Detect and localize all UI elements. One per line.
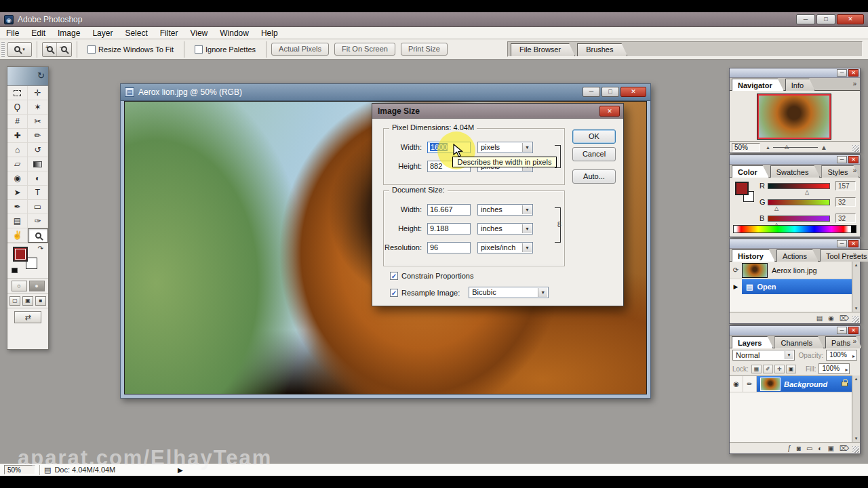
history-brush-tool[interactable]: ↺ xyxy=(28,143,48,157)
navigator-zoom-slider[interactable]: △ xyxy=(773,147,818,148)
file-browser-tab[interactable]: File Browser xyxy=(511,43,575,56)
doc-minimize-button[interactable]: ─ xyxy=(583,87,600,97)
layers-tab[interactable]: Layers xyxy=(732,336,773,348)
dodge-tool[interactable]: ◐ xyxy=(28,171,48,186)
menu-filter[interactable]: Filter xyxy=(154,28,184,38)
lock-paint-icon[interactable]: ✐ xyxy=(763,365,773,373)
green-slider[interactable]: △ xyxy=(768,199,830,205)
delete-state-icon[interactable]: ⌦ xyxy=(840,314,849,322)
history-brush-source-icon[interactable]: ⟳ xyxy=(730,266,742,274)
zoom-in-mountain-icon[interactable]: ▲ xyxy=(821,144,827,151)
color-tab[interactable]: Color xyxy=(732,165,769,178)
resample-image-checkbox[interactable]: ✓ xyxy=(390,289,398,297)
new-group-icon[interactable]: ▭ xyxy=(806,445,812,452)
resize-grip[interactable] xyxy=(852,446,859,453)
document-titlebar[interactable]: ▤ Aerox lion.jpg @ 50% (RGB) ─ □ ✕ xyxy=(121,84,650,101)
menu-image[interactable]: Image xyxy=(52,28,86,38)
brushes-tab[interactable]: Brushes xyxy=(577,43,627,56)
palette-minimize-button[interactable]: ─ xyxy=(837,240,847,247)
healing-brush-tool[interactable]: ✚ xyxy=(7,129,28,143)
doc-restore-button[interactable]: □ xyxy=(601,87,619,97)
blur-tool[interactable]: ◉ xyxy=(7,171,28,186)
history-tab[interactable]: History xyxy=(732,249,775,262)
channels-tab[interactable]: Channels xyxy=(774,336,823,348)
print-size-button[interactable]: Print Size xyxy=(401,43,448,56)
navigator-zoom-field[interactable]: 50% xyxy=(732,143,760,152)
zoom-out-button[interactable]: − xyxy=(57,43,71,56)
restore-button[interactable]: □ xyxy=(816,14,835,24)
layer-style-icon[interactable]: ƒ xyxy=(787,445,791,452)
magic-wand-tool[interactable]: ✶ xyxy=(28,100,48,115)
lock-position-icon[interactable]: ✛ xyxy=(774,365,785,373)
palette-menu-icon[interactable]: » xyxy=(852,338,856,345)
scroll-down-icon[interactable]: ▾ xyxy=(852,436,860,441)
doc-height-unit-select[interactable]: inches▼ xyxy=(477,223,533,235)
history-snapshot-row[interactable]: ⟳ Aerox lion.jpg xyxy=(730,262,852,279)
green-value[interactable]: 32 xyxy=(835,197,856,207)
move-tool[interactable]: ✛ xyxy=(28,86,48,100)
history-state-pointer-icon[interactable]: ▶ xyxy=(730,279,742,294)
red-value[interactable]: 157 xyxy=(835,181,856,190)
palette-menu-icon[interactable]: » xyxy=(852,251,856,258)
menu-view[interactable]: View xyxy=(184,28,214,38)
navigator-view-box[interactable] xyxy=(757,94,831,139)
lasso-tool[interactable]: Ϙ xyxy=(7,100,28,115)
new-document-from-state-icon[interactable]: ▤ xyxy=(816,314,823,322)
adjustment-layer-icon[interactable]: ◐ xyxy=(818,445,822,452)
notes-tool[interactable]: ▤ xyxy=(7,214,28,228)
spinner-arrow-icon[interactable]: ▸ xyxy=(852,352,855,361)
palette-close-button[interactable]: ✕ xyxy=(848,240,859,247)
blend-mode-select[interactable]: Normal▼ xyxy=(732,350,795,361)
ignore-palettes-checkbox[interactable] xyxy=(195,45,203,54)
menu-help[interactable]: Help xyxy=(255,28,284,38)
color-spectrum-bar[interactable] xyxy=(733,225,856,233)
swatches-tab[interactable]: Swatches xyxy=(770,165,821,178)
scroll-up-icon[interactable]: ▴ xyxy=(852,376,860,382)
doc-close-button[interactable]: ✕ xyxy=(620,87,646,97)
palette-minimize-button[interactable]: ─ xyxy=(837,156,847,163)
quick-mask-mode-button[interactable]: ● xyxy=(29,281,45,291)
constrain-proportions-checkbox[interactable]: ✓ xyxy=(390,272,398,280)
swap-colors-icon[interactable]: ↷ xyxy=(38,245,43,252)
scroll-up-icon[interactable]: ▴ xyxy=(852,262,860,268)
actual-pixels-button[interactable]: Actual Pixels xyxy=(271,43,329,56)
jump-to-imageready-button[interactable]: ⇄ xyxy=(14,311,41,323)
hand-tool[interactable]: ✌ xyxy=(7,228,28,243)
current-tool-chip[interactable]: ▾ xyxy=(7,42,32,57)
opacity-field[interactable]: 100%▸ xyxy=(826,350,857,361)
fullscreen-button[interactable]: ■ xyxy=(35,296,46,306)
standard-screen-button[interactable]: ▢ xyxy=(9,296,20,306)
resize-grip[interactable] xyxy=(852,145,859,152)
lock-all-icon[interactable]: ▣ xyxy=(786,365,796,373)
crop-tool[interactable]: # xyxy=(7,115,28,129)
foreground-color-swatch[interactable] xyxy=(13,247,28,262)
layer-visibility-eye-icon[interactable]: ◉ xyxy=(730,376,743,392)
doc-width-unit-select[interactable]: inches▼ xyxy=(477,204,533,216)
background-layer-row[interactable]: ◉ ✏ Background xyxy=(730,376,852,392)
standard-mode-button[interactable]: ○ xyxy=(12,281,27,291)
resolution-input[interactable]: 96 xyxy=(427,242,471,253)
blue-value[interactable]: 32 xyxy=(835,214,856,223)
zoom-in-button[interactable]: + xyxy=(43,43,57,56)
menu-select[interactable]: Select xyxy=(119,28,153,38)
options-bar-grip[interactable] xyxy=(1,42,5,57)
close-button[interactable]: ✕ xyxy=(837,14,864,24)
palette-menu-icon[interactable]: » xyxy=(852,167,856,174)
rectangular-marquee-tool[interactable] xyxy=(7,86,28,100)
history-scrollbar[interactable]: ▴ ▾ xyxy=(852,262,860,312)
slider-thumb-icon[interactable]: △ xyxy=(774,205,778,211)
scroll-down-icon[interactable]: ▾ xyxy=(852,306,860,311)
dialog-close-button[interactable]: ✕ xyxy=(599,106,620,117)
brush-tool[interactable]: ✏ xyxy=(28,129,48,143)
spinner-arrow-icon[interactable]: ▸ xyxy=(845,365,848,375)
slice-tool[interactable]: ✂ xyxy=(28,115,48,129)
history-titlebar[interactable]: ─ ✕ xyxy=(730,239,860,249)
palette-minimize-button[interactable]: ─ xyxy=(837,69,847,77)
fullscreen-menubar-button[interactable]: ▣ xyxy=(22,296,33,306)
fit-on-screen-button[interactable]: Fit On Screen xyxy=(334,43,395,56)
layer-name[interactable]: Background xyxy=(784,380,827,388)
toolbox-header[interactable]: ↻ xyxy=(7,67,48,86)
slider-thumb-icon[interactable]: △ xyxy=(805,189,809,195)
ok-button[interactable]: OK xyxy=(572,129,616,144)
type-tool[interactable]: T xyxy=(28,186,48,200)
